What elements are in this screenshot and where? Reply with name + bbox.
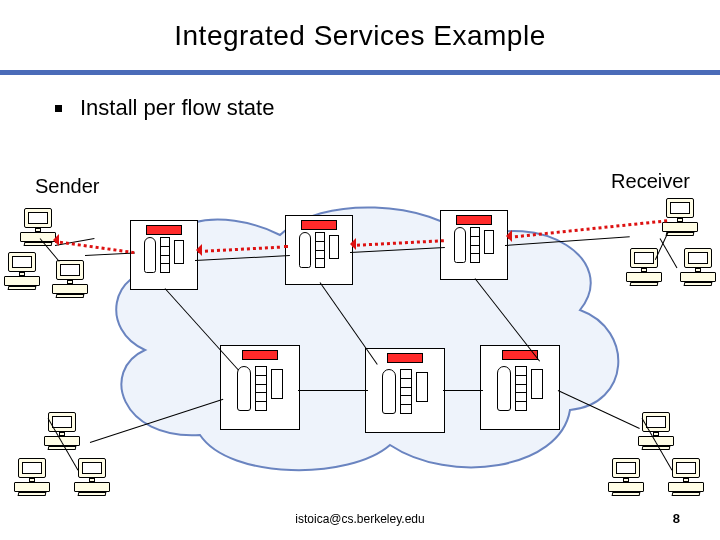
workstation (2, 252, 42, 290)
router-r3 (440, 210, 508, 280)
bullet-row: Install per flow state (55, 95, 720, 121)
slide-title: Integrated Services Example (0, 20, 720, 52)
router-r5 (365, 348, 445, 433)
diagram-stage (0, 190, 720, 510)
title-rule (0, 70, 720, 75)
workstation-receiver (660, 198, 700, 236)
router-r1 (130, 220, 198, 290)
workstation (678, 248, 718, 286)
bullet-marker (55, 105, 62, 112)
workstation (12, 458, 52, 496)
workstation (72, 458, 112, 496)
bullet-text: Install per flow state (80, 95, 274, 121)
flow-arrow-icon (344, 238, 356, 250)
workstation (50, 260, 90, 298)
footer-email: istoica@cs.berkeley.edu (295, 512, 424, 526)
router-r4 (220, 345, 300, 430)
workstation (666, 458, 706, 496)
router-r6 (480, 345, 560, 430)
net-link (298, 390, 368, 391)
router-r2 (285, 215, 353, 285)
workstation (606, 458, 646, 496)
flow-arrow-icon (47, 234, 59, 246)
flow-arrow-icon (190, 244, 202, 256)
flow-arrow-icon (500, 230, 512, 242)
net-link (443, 390, 483, 391)
footer-page-number: 8 (673, 511, 680, 526)
